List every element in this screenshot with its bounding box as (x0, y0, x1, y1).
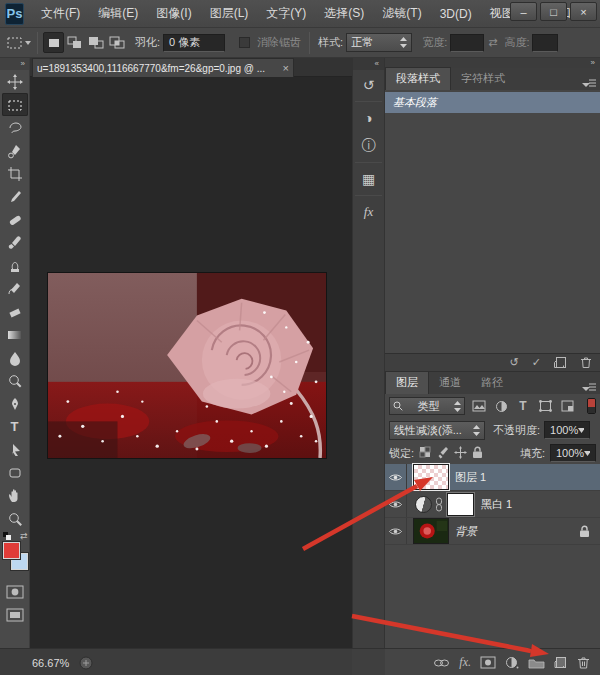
layer1-thumbnail[interactable] (413, 464, 449, 490)
maximize-button[interactable]: □ (540, 2, 567, 21)
menu-layer[interactable]: 图层(L) (201, 1, 258, 26)
panel-menu-icon[interactable] (582, 378, 596, 396)
tab-character-styles[interactable]: 字符样式 (451, 68, 515, 90)
lock-pixels-button[interactable] (436, 446, 449, 461)
new-group-folder-icon[interactable] (528, 657, 545, 669)
clone-stamp-tool[interactable] (2, 254, 28, 277)
status-info-icon[interactable] (79, 656, 93, 670)
hand-tool[interactable] (2, 484, 28, 507)
layer-row-layer1[interactable]: 图层 1 (385, 464, 600, 491)
filter-type-layers-icon[interactable]: T (515, 399, 531, 413)
menu-type[interactable]: 文字(Y) (257, 1, 315, 26)
crop-tool[interactable] (2, 162, 28, 185)
blur-tool[interactable] (2, 346, 28, 369)
spot-healing-brush-tool[interactable] (2, 208, 28, 231)
close-button[interactable]: × (570, 2, 597, 21)
add-layer-mask-icon[interactable] (480, 656, 496, 669)
delete-layer-trash-icon[interactable] (577, 656, 590, 669)
layer-row-blackwhite[interactable]: 黑白 1 (385, 491, 600, 518)
foreground-color-swatch[interactable] (3, 542, 20, 559)
swap-colors-icon[interactable]: ⇄ (20, 531, 28, 541)
new-style-icon[interactable] (554, 356, 567, 369)
feather-input[interactable]: 0 像素 (163, 34, 225, 52)
layer-name[interactable]: 背景 (455, 524, 477, 539)
style-dropdown[interactable]: 正常 (346, 33, 412, 52)
screen-mode-button[interactable] (2, 603, 28, 626)
lock-transparency-button[interactable] (419, 446, 431, 460)
zoom-tool[interactable] (2, 507, 28, 530)
visibility-toggle[interactable] (385, 491, 407, 517)
menu-image[interactable]: 图像(I) (147, 1, 200, 26)
subtract-from-selection-button[interactable] (85, 32, 106, 53)
filter-pixel-layers-icon[interactable] (471, 400, 487, 412)
tab-layers[interactable]: 图层 (385, 371, 429, 394)
zoom-level-field[interactable]: 66.67% (32, 657, 69, 669)
eyedropper-tool[interactable] (2, 185, 28, 208)
tab-paragraph-styles[interactable]: 段落样式 (385, 67, 451, 90)
panel-menu-icon[interactable] (582, 74, 596, 92)
gradient-tool[interactable] (2, 323, 28, 346)
filter-toggle-switch[interactable] (587, 398, 596, 414)
swap-dimensions-icon[interactable]: ⇄ (488, 36, 497, 49)
add-to-selection-button[interactable] (64, 32, 85, 53)
filter-smart-objects-icon[interactable] (559, 400, 575, 412)
redefine-style-icon[interactable]: ✓ (532, 356, 541, 369)
filter-adjustment-layers-icon[interactable] (493, 400, 509, 413)
layer-mask-thumbnail[interactable] (447, 493, 474, 516)
new-layer-button[interactable] (554, 656, 568, 669)
layer-name[interactable]: 黑白 1 (481, 497, 512, 512)
path-selection-tool[interactable] (2, 438, 28, 461)
lock-position-button[interactable] (454, 446, 467, 461)
clear-override-icon[interactable]: ↺ (510, 356, 519, 369)
dock-expand-icon[interactable]: « (353, 58, 384, 70)
new-selection-button[interactable] (43, 32, 64, 53)
blackwhite-adjustment-icon[interactable] (415, 496, 432, 513)
menu-select[interactable]: 选择(S) (315, 1, 373, 26)
default-colors-icon[interactable] (3, 532, 12, 540)
lock-all-button[interactable] (472, 446, 483, 461)
canvas-image[interactable] (47, 272, 327, 459)
background-thumbnail[interactable] (413, 518, 449, 544)
blend-mode-dropdown[interactable]: 线性减淡(添... (389, 421, 485, 440)
rectangle-tool[interactable] (2, 461, 28, 484)
history-brush-tool[interactable] (2, 277, 28, 300)
filter-type-dropdown[interactable]: 类型 (389, 397, 465, 415)
menu-3d[interactable]: 3D(D) (431, 3, 481, 25)
adjustments-panel-button[interactable]: ◑ (355, 105, 382, 131)
filter-shape-layers-icon[interactable] (537, 400, 553, 412)
height-input[interactable] (532, 34, 558, 52)
eraser-tool[interactable] (2, 300, 28, 323)
layer-row-background[interactable]: 背景 (385, 518, 600, 545)
opacity-input[interactable]: 100% (544, 421, 590, 439)
width-input[interactable] (450, 34, 484, 52)
move-tool[interactable] (2, 70, 28, 93)
antialias-checkbox[interactable] (239, 37, 250, 48)
layer-name[interactable]: 图层 1 (455, 470, 486, 485)
visibility-toggle[interactable] (385, 464, 407, 490)
layer-style-fx-button[interactable]: fx. (459, 655, 471, 670)
type-tool[interactable]: T (2, 415, 28, 438)
visibility-toggle[interactable] (385, 518, 407, 544)
intersect-selection-button[interactable] (106, 32, 127, 53)
minimize-button[interactable]: – (510, 2, 537, 21)
document-tab[interactable]: u=1891353400,1116667770&fm=26&gp=0.jpg @… (32, 58, 294, 77)
fill-input[interactable]: 100% (550, 444, 596, 462)
menu-edit[interactable]: 编辑(E) (89, 1, 147, 26)
quick-selection-tool[interactable] (2, 139, 28, 162)
quick-mask-button[interactable] (2, 580, 28, 603)
toolbar-expand-icon[interactable]: » (0, 58, 29, 70)
new-adjustment-layer-icon[interactable] (505, 656, 519, 669)
tool-preset-picker[interactable] (6, 35, 32, 51)
styles-panel-button[interactable]: fx (355, 199, 382, 225)
tab-channels[interactable]: 通道 (429, 372, 471, 394)
link-layers-icon[interactable] (433, 657, 450, 669)
tab-close-icon[interactable]: × (283, 62, 289, 74)
info-panel-button[interactable]: ⓘ (355, 133, 382, 159)
delete-style-trash-icon[interactable] (580, 356, 592, 369)
dodge-tool[interactable] (2, 369, 28, 392)
swatches-panel-button[interactable]: ▦ (355, 166, 382, 192)
rectangular-marquee-tool[interactable] (2, 93, 28, 116)
menu-filter[interactable]: 滤镜(T) (373, 1, 430, 26)
lasso-tool[interactable] (2, 116, 28, 139)
brush-tool[interactable] (2, 231, 28, 254)
